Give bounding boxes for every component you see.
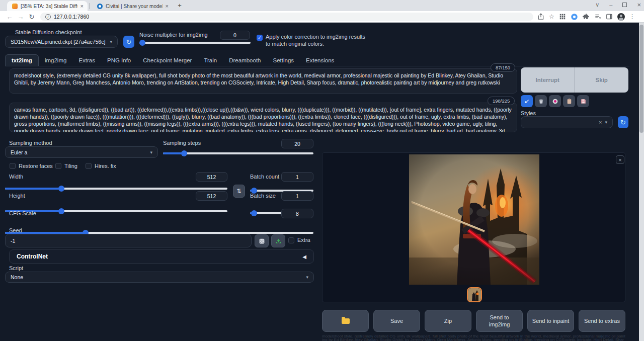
reload-icon[interactable]: ↻	[26, 13, 37, 21]
height-slider[interactable]	[5, 210, 227, 212]
sampling-method-dropdown[interactable]: Euler a ▾	[5, 146, 158, 158]
trash-icon	[538, 98, 544, 105]
clear-styles-icon[interactable]: ×	[599, 119, 602, 125]
zip-button[interactable]: Zip	[425, 310, 471, 332]
hires-fix-checkbox[interactable]	[86, 163, 92, 169]
extra-seed-checkbox[interactable]	[288, 237, 294, 243]
browser-tab-civitai[interactable]: Civitai | Share your models ×	[92, 1, 173, 11]
gallery-thumbnail-selected[interactable]	[467, 287, 482, 302]
browser-tabstrip: [35% ETA: 3s] Stable Diffusion × Civitai…	[0, 0, 644, 11]
tab-extras[interactable]: Extras	[72, 55, 101, 66]
skip-button[interactable]: Skip	[575, 67, 629, 93]
open-folder-button[interactable]	[322, 310, 369, 332]
sampling-method-value: Euler a	[11, 149, 27, 155]
clipboard-icon	[566, 98, 573, 105]
chevron-down-icon: ▾	[110, 39, 112, 44]
generated-image[interactable]	[409, 154, 539, 285]
tab-img2img[interactable]: img2img	[39, 55, 72, 66]
browser-kebab-menu-icon[interactable]: ⋮	[629, 13, 635, 20]
script-value: None	[11, 274, 23, 280]
browser-menu-icon[interactable]: ∨	[595, 2, 599, 8]
batch-count-label: Batch count	[250, 174, 279, 180]
main-tab-bar: txt2img img2img Extras PNG Info Checkpoi…	[5, 53, 629, 66]
restore-icon[interactable]	[622, 3, 627, 7]
noise-multiplier-slider[interactable]	[139, 42, 251, 44]
cfg-scale-input[interactable]: 8	[281, 209, 313, 218]
restore-faces-checkbox[interactable]	[10, 163, 16, 169]
reading-list-icon[interactable]	[594, 13, 601, 20]
noise-multiplier-input[interactable]: 0	[220, 31, 250, 40]
prompt-textarea[interactable]: modelshoot style, (extremely detailed CG…	[9, 68, 517, 94]
gradio-favicon	[12, 4, 18, 9]
extensions-puzzle-icon[interactable]	[583, 13, 590, 20]
save-style-button[interactable]	[577, 95, 589, 107]
random-seed-button[interactable]	[255, 234, 269, 247]
width-slider[interactable]	[5, 188, 227, 190]
tab-divider	[90, 3, 90, 9]
forward-icon[interactable]: →	[15, 13, 26, 21]
share-icon[interactable]	[537, 13, 544, 20]
refresh-styles-button[interactable]: ↻	[618, 116, 628, 128]
profile-avatar[interactable]	[617, 13, 625, 21]
send-to-inpaint-button[interactable]: Send to inpaint	[527, 310, 574, 332]
send-to-extras-button[interactable]: Send to extras	[579, 310, 625, 332]
batch-count-input[interactable]: 1	[281, 172, 313, 182]
interrupt-skip-group: Interrupt Skip	[521, 67, 628, 93]
styles-label: Styles	[521, 110, 536, 116]
side-panel-icon[interactable]	[606, 13, 613, 20]
url-omnibox[interactable]: i 127.0.0.1:7860	[40, 13, 533, 21]
styles-dropdown[interactable]: × ▾	[521, 116, 613, 128]
apps-grid-icon[interactable]	[559, 13, 566, 20]
extension-badge-icon[interactable]	[571, 13, 578, 21]
tab-train[interactable]: Train	[198, 55, 223, 66]
tab-png-info[interactable]: PNG Info	[101, 55, 137, 66]
seed-input[interactable]: -1	[5, 234, 252, 247]
script-dropdown[interactable]: None ▾	[5, 272, 314, 283]
width-input[interactable]: 512	[196, 172, 227, 182]
swap-width-height-button[interactable]: ⇅	[233, 185, 245, 198]
batch-size-input[interactable]: 1	[281, 191, 313, 201]
tab-dreambooth[interactable]: Dreambooth	[223, 55, 267, 66]
save-button[interactable]: Save	[373, 310, 420, 332]
bookmark-star-icon[interactable]: ☆	[549, 13, 554, 20]
sampling-steps-input[interactable]: 20	[281, 139, 313, 148]
page-scrollbar[interactable]	[639, 23, 644, 341]
civitai-favicon	[97, 4, 103, 9]
tab-extensions[interactable]: Extensions	[300, 55, 340, 66]
scrollbar-thumb[interactable]	[639, 25, 643, 133]
browser-tab-stable-diffusion[interactable]: [35% ETA: 3s] Stable Diffusion ×	[7, 1, 88, 11]
style-palette-button[interactable]	[549, 95, 561, 107]
tab-close-icon[interactable]: ×	[80, 3, 84, 9]
reuse-seed-button[interactable]	[271, 234, 285, 247]
close-gallery-icon[interactable]: ×	[616, 155, 624, 164]
refresh-checkpoints-button[interactable]: ↻	[123, 36, 134, 48]
controlnet-accordion[interactable]: ControlNet ◀	[9, 249, 314, 264]
negative-prompt-textarea[interactable]: canvas frame, cartoon, 3d, ((disfigured)…	[9, 103, 517, 132]
back-icon[interactable]: ←	[4, 13, 15, 21]
output-button-row: Save Zip Send to img2img Send to inpaint…	[322, 310, 625, 332]
folder-icon	[342, 318, 350, 324]
noise-multiplier-label: Noise multiplier for img2img	[139, 32, 208, 38]
interrupt-button[interactable]: Interrupt	[521, 67, 575, 93]
minimize-icon[interactable]: –	[609, 2, 612, 8]
color-correction-checkbox[interactable]: ✓	[257, 35, 263, 41]
tab-txt2img[interactable]: txt2img	[5, 54, 39, 66]
tab-close-icon[interactable]: ×	[166, 3, 169, 9]
height-label: Height	[9, 193, 25, 199]
tab-settings[interactable]: Settings	[267, 55, 300, 66]
send-to-img2img-button[interactable]: Send to img2img	[476, 310, 523, 332]
tiling-checkbox[interactable]	[55, 163, 61, 169]
sampling-method-label: Sampling method	[9, 140, 52, 146]
clear-prompt-button[interactable]	[535, 95, 547, 107]
tab-title: Civitai | Share your models	[106, 4, 163, 9]
paste-generation-params-button[interactable]: ↙	[521, 95, 533, 107]
checkpoint-dropdown[interactable]: SD15NewVAEpruned.ckpt [27a4ac756c] ▾	[5, 36, 118, 48]
sampling-steps-slider[interactable]	[163, 152, 313, 154]
tab-checkpoint-merger[interactable]: Checkpoint Merger	[137, 55, 198, 66]
new-tab-button[interactable]: +	[176, 2, 184, 10]
hires-fix-label: Hires. fix	[95, 163, 116, 169]
height-input[interactable]: 512	[196, 191, 227, 201]
close-window-icon[interactable]: ×	[637, 1, 641, 9]
site-info-icon[interactable]: i	[45, 14, 51, 20]
apply-styles-button[interactable]	[563, 95, 575, 107]
